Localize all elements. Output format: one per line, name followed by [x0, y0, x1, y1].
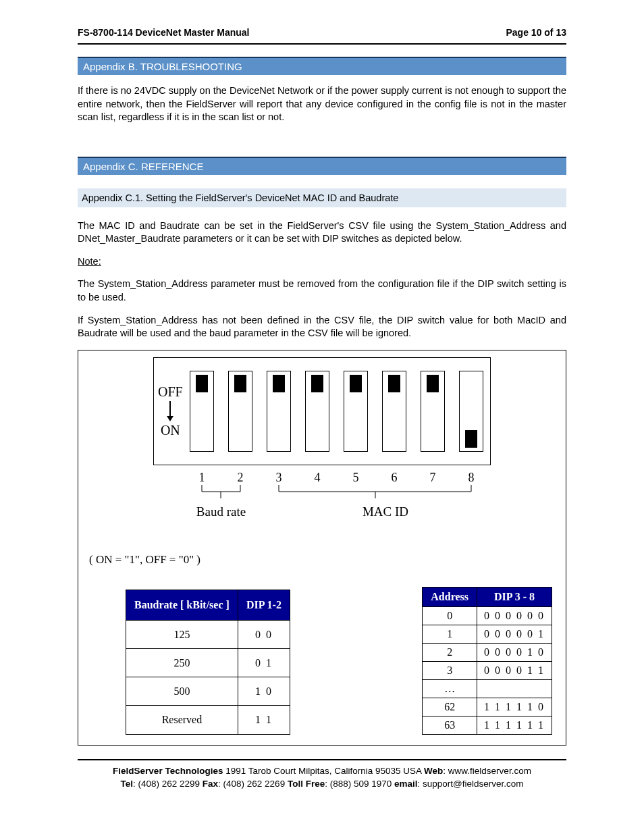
- table-row: 30 0 0 0 1 1: [423, 661, 552, 679]
- footer-tollfree-label: Toll Free: [288, 779, 325, 789]
- table-row: 5001 0: [126, 677, 290, 706]
- addr-table-header-address: Address: [423, 587, 477, 606]
- table-row: 20 0 0 0 1 0: [423, 643, 552, 661]
- footer-company: FieldServer Technologies: [113, 766, 223, 776]
- dip-switch-3: [267, 371, 291, 452]
- footer-tel-label: Tel: [120, 779, 133, 789]
- footer-email-label: email: [394, 779, 418, 789]
- dip-switch-panel: OFF ON: [153, 357, 491, 465]
- baud-table-header-rate: Baudrate [ kBit/sec ]: [126, 590, 238, 620]
- dip-switch-4: [305, 371, 329, 452]
- dip-switch-2: [228, 371, 252, 452]
- baud-table-header-dip: DIP 1-2: [238, 590, 290, 620]
- switch-numbers: 1 2 3 4 5 6 7 8: [190, 471, 491, 485]
- dip-switch-diagram: OFF ON: [78, 350, 566, 746]
- doc-title: FS-8700-114 DeviceNet Master Manual: [78, 27, 249, 38]
- switch-row: [190, 371, 483, 452]
- note-label: Note:: [78, 255, 566, 269]
- note-body: The System_Station_Address parameter mus…: [78, 278, 566, 304]
- dip-switch-1: [190, 371, 214, 452]
- footer-fax: : (408) 262 2269: [218, 779, 288, 789]
- footer-address: 1991 Tarob Court Milpitas, California 95…: [223, 766, 424, 776]
- off-label: OFF: [158, 384, 183, 400]
- page-footer: FieldServer Technologies 1991 Tarob Cour…: [78, 759, 566, 791]
- appendix-c1-para2: If System_Station_Address has not been d…: [78, 314, 566, 340]
- table-row: 2500 1: [126, 649, 290, 677]
- page-number: Page 10 of 13: [506, 27, 567, 38]
- appendix-c1-heading: Appendix C.1. Setting the FieldServer's …: [78, 188, 566, 207]
- off-on-labels: OFF ON: [158, 384, 183, 438]
- dip-switch-7: [421, 371, 445, 452]
- table-row: 00 0 0 0 0 0: [423, 606, 552, 625]
- svg-marker-1: [167, 416, 173, 421]
- table-row: 1250 0: [126, 620, 290, 648]
- appendix-c1-para1: The MAC ID and Baudrate can be set in th…: [78, 219, 566, 246]
- appendix-c-heading: Appendix C. REFERENCE: [78, 157, 566, 175]
- dip-switch-5: [344, 371, 368, 452]
- arrow-down-icon: [165, 401, 175, 421]
- address-table: Address DIP 3 - 8 00 0 0 0 0 0 10 0 0 0 …: [422, 587, 552, 735]
- footer-email: : support@fieldserver.com: [418, 779, 524, 789]
- baudrate-table: Baudrate [ kBit/sec ] DIP 1-2 1250 0 250…: [126, 590, 290, 735]
- on-off-legend: ( ON = "1", OFF = "0" ): [89, 553, 559, 567]
- table-row: Reserved1 1: [126, 706, 290, 734]
- table-row: 621 1 1 1 1 0: [423, 698, 552, 716]
- footer-tollfree: : (888) 509 1970: [325, 779, 394, 789]
- dip-switch-6: [382, 371, 406, 452]
- footer-web-label: Web: [424, 766, 443, 776]
- addr-table-header-dip: DIP 3 - 8: [477, 587, 552, 606]
- table-row: 10 0 0 0 0 1: [423, 625, 552, 643]
- baud-rate-label: Baud rate: [190, 504, 252, 519]
- appendix-b-body: If there is no 24VDC supply on the Devic…: [78, 84, 566, 124]
- footer-tel: : (408) 262 2299: [133, 779, 203, 789]
- mac-id-label: MAC ID: [267, 504, 491, 519]
- table-row: …: [423, 679, 552, 698]
- group-labels: Baud rate MAC ID: [190, 504, 491, 519]
- table-row: 631 1 1 1 1 1: [423, 716, 552, 734]
- footer-web: : www.fieldserver.com: [443, 766, 531, 776]
- footer-fax-label: Fax: [203, 779, 218, 789]
- dip-switch-8: [459, 371, 483, 452]
- on-label: ON: [161, 423, 180, 438]
- page-header: FS-8700-114 DeviceNet Master Manual Page…: [78, 27, 566, 45]
- appendix-b-heading: Appendix B. TROUBLESHOOTING: [78, 57, 566, 75]
- group-brackets: [190, 485, 500, 500]
